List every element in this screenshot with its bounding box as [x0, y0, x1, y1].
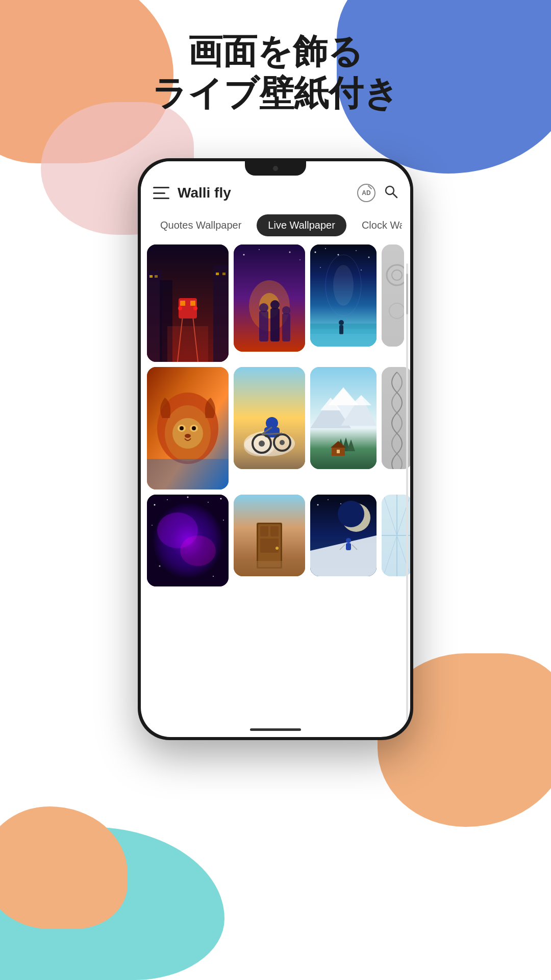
svg-rect-114: [346, 543, 351, 550]
svg-point-26: [282, 306, 290, 314]
title-line2: ライブ壁紙付き: [0, 72, 551, 114]
wallpaper-galaxy[interactable]: [310, 244, 377, 347]
hamburger-line-1: [153, 187, 169, 188]
svg-point-44: [339, 320, 344, 325]
svg-point-57: [192, 426, 196, 430]
phone-frame: Walli fly AD Quotes Wallpap: [138, 158, 413, 740]
svg-rect-17: [167, 326, 208, 362]
svg-point-34: [315, 252, 316, 253]
blob-orange-left: [0, 806, 128, 929]
ad-label: AD: [362, 189, 370, 197]
svg-point-89: [154, 504, 156, 506]
scrollbar[interactable]: [406, 263, 408, 722]
svg-rect-46: [382, 244, 404, 347]
ad-icon[interactable]: AD: [357, 184, 375, 202]
svg-point-58: [185, 434, 191, 438]
svg-point-39: [320, 267, 321, 268]
wallpaper-door[interactable]: [234, 495, 305, 576]
svg-point-28: [259, 249, 260, 250]
svg-point-30: [299, 259, 300, 260]
svg-point-24: [270, 300, 280, 309]
phone-notch: [245, 161, 306, 176]
hamburger-line-2: [153, 192, 165, 194]
grid-row-1: [147, 244, 404, 362]
phone-mockup: Walli fly AD Quotes Wallpap: [138, 158, 413, 740]
svg-point-56: [180, 426, 184, 430]
wallpaper-gears[interactable]: [382, 244, 404, 347]
app-title: Walli fly: [178, 185, 357, 201]
svg-rect-105: [234, 561, 305, 576]
svg-rect-103: [260, 538, 279, 553]
svg-point-40: [361, 270, 362, 271]
camera-hole: [273, 166, 278, 171]
svg-rect-83: [337, 450, 340, 453]
svg-point-92: [208, 502, 209, 503]
wallpaper-mountains[interactable]: [310, 367, 377, 469]
search-button[interactable]: [384, 184, 398, 202]
svg-rect-12: [213, 265, 229, 362]
svg-point-95: [223, 520, 224, 521]
wallpaper-lion[interactable]: [147, 367, 229, 489]
tab-clock-wallpaper[interactable]: Clock Wa: [350, 214, 402, 236]
wallpaper-space-nebula[interactable]: [147, 495, 229, 586]
svg-point-109: [317, 504, 319, 506]
svg-rect-21: [259, 311, 268, 341]
svg-point-97: [213, 576, 214, 577]
svg-point-110: [328, 499, 329, 500]
home-bar: [250, 728, 301, 731]
svg-point-88: [180, 535, 216, 566]
svg-point-38: [368, 257, 370, 258]
wallpaper-moon-slope[interactable]: [310, 495, 377, 576]
svg-rect-102: [270, 526, 279, 536]
title-area: 画面を飾る ライブ壁紙付き: [0, 31, 551, 114]
svg-rect-15: [216, 273, 219, 275]
svg-point-94: [152, 525, 153, 526]
title-line1: 画面を飾る: [0, 31, 551, 72]
svg-point-27: [243, 254, 245, 256]
svg-line-1: [393, 193, 397, 198]
svg-rect-45: [310, 334, 377, 347]
grid-row-2: [147, 367, 404, 489]
scrollbar-thumb: [406, 274, 408, 314]
svg-rect-25: [282, 313, 290, 341]
header-icons: AD: [357, 184, 398, 202]
svg-point-96: [159, 566, 161, 567]
hamburger-line-3: [153, 198, 169, 199]
svg-rect-6: [180, 301, 185, 306]
svg-point-9: [193, 306, 197, 310]
svg-rect-101: [260, 526, 268, 536]
wallpaper-motocross[interactable]: [234, 367, 305, 469]
svg-point-33: [333, 265, 354, 306]
svg-point-93: [220, 498, 222, 500]
svg-point-108: [338, 501, 364, 527]
svg-point-36: [338, 254, 339, 256]
wallpaper-tram[interactable]: [147, 244, 229, 362]
ad-slash: [368, 185, 372, 189]
svg-point-67: [259, 440, 265, 447]
wallpaper-avengers[interactable]: [234, 244, 305, 352]
svg-point-8: [178, 306, 182, 310]
svg-point-90: [167, 499, 168, 500]
svg-rect-14: [155, 275, 158, 278]
svg-rect-7: [190, 301, 195, 306]
svg-line-69: [262, 433, 282, 434]
svg-point-111: [340, 503, 341, 504]
svg-point-53: [172, 418, 203, 449]
svg-point-91: [187, 497, 189, 498]
svg-point-35: [325, 248, 326, 249]
phone-screen: Walli fly AD Quotes Wallpap: [141, 161, 410, 737]
tab-live-wallpaper[interactable]: Live Wallpaper: [257, 214, 346, 236]
svg-rect-13: [149, 275, 153, 278]
svg-point-29: [289, 252, 291, 253]
svg-point-22: [259, 303, 268, 312]
tab-quotes-wallpaper[interactable]: Quotes Wallpaper: [149, 214, 253, 236]
tabs-row: Quotes Wallpaper Live Wallpaper Clock Wa: [141, 210, 410, 244]
svg-rect-16: [222, 273, 226, 275]
svg-point-104: [276, 547, 279, 550]
hamburger-menu-button[interactable]: [153, 187, 169, 199]
svg-point-68: [280, 440, 285, 445]
grid-row-3: [147, 495, 404, 586]
svg-point-37: [356, 250, 357, 251]
svg-point-113: [346, 538, 351, 543]
svg-rect-23: [270, 308, 280, 341]
